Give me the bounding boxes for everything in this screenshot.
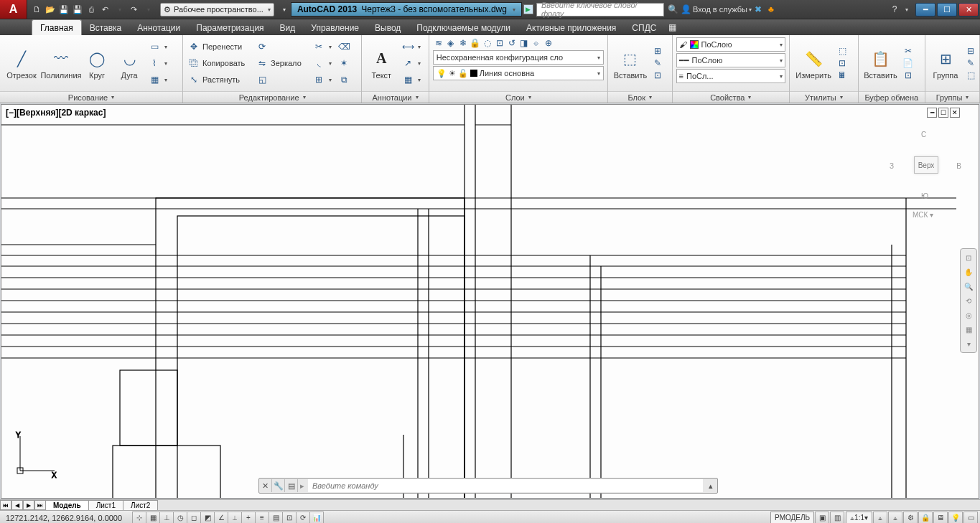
tab-sheet2[interactable]: Лист2 xyxy=(123,500,158,510)
play-icon[interactable]: ▶ xyxy=(523,4,533,14)
snap-mode-icon[interactable]: ⊹ xyxy=(132,512,146,524)
cleanscreen-icon[interactable]: ▭ xyxy=(963,512,978,524)
nav-more-icon[interactable]: ▾ xyxy=(962,337,975,350)
panel-block-title[interactable]: Блок▾ xyxy=(608,91,672,103)
tab-home[interactable]: Главная xyxy=(32,19,82,35)
color-selector[interactable]: 🖌 ПоСлою▾ xyxy=(676,37,786,52)
ungroup-icon[interactable]: ⊟ xyxy=(965,45,976,57)
annoscale-button[interactable]: ⟁ 1:1 ▾ xyxy=(846,512,872,523)
rotate-button[interactable]: ⟳ xyxy=(254,39,309,55)
viewcube-top[interactable]: Верх xyxy=(914,156,938,174)
panel-group-title[interactable]: Группы▾ xyxy=(925,91,979,103)
save-icon[interactable]: 💾 xyxy=(57,3,70,16)
leader-button[interactable]: ↗▾ xyxy=(400,55,423,71)
tab-activeapps[interactable]: Активные приложения xyxy=(518,20,624,35)
tab-plugins[interactable]: Подключаемые модули xyxy=(409,20,518,35)
copy-clip-icon[interactable]: 📄 xyxy=(902,57,914,69)
ws-switch-icon[interactable]: ⚙ xyxy=(903,512,918,524)
drawing-canvas[interactable]: [−][Верхняя][2D каркас] ━ ☐ ✕ xyxy=(1,104,979,499)
stretch-button[interactable]: ⤡Растянуть xyxy=(186,72,252,88)
layer-prev-icon[interactable]: ↺ xyxy=(506,37,518,49)
autodesk-icon[interactable]: ♣ xyxy=(765,3,778,16)
3dosnap-icon[interactable]: ◩ xyxy=(200,512,215,524)
layer-match-icon[interactable]: ⊡ xyxy=(494,37,505,49)
paste-spec-icon[interactable]: ⊡ xyxy=(902,70,914,81)
viewcube-north[interactable]: С xyxy=(921,131,926,138)
app-menu-button[interactable]: A xyxy=(0,0,27,19)
create-block-icon[interactable]: ⊞ xyxy=(652,45,663,57)
tab-manage[interactable]: Управление xyxy=(303,20,367,35)
undo-icon[interactable]: ↶ xyxy=(98,3,111,16)
saveas-icon[interactable]: 💾 xyxy=(71,3,84,16)
tab-spds[interactable]: СПДС xyxy=(624,20,664,35)
insert-block-button[interactable]: ⬚Вставить xyxy=(611,37,650,89)
layer-state-selector[interactable]: Несохраненная конфигурация сло▾ xyxy=(433,50,604,65)
panel-annot-title[interactable]: Аннотации▾ xyxy=(362,91,428,103)
cut-icon[interactable]: ✂ xyxy=(902,45,914,57)
undo-dropdown-icon[interactable]: ▾ xyxy=(113,3,126,16)
model-space-button[interactable]: РМОДЕЛЬ xyxy=(770,512,814,523)
tab-sheet1[interactable]: Лист1 xyxy=(88,500,123,510)
paste-button[interactable]: 📋Вставить xyxy=(862,37,900,89)
qat-customize-icon[interactable]: ▾ xyxy=(278,3,291,16)
copy-button[interactable]: ⿻Копировать xyxy=(186,55,252,71)
move-button[interactable]: ✥Перенести xyxy=(186,39,252,55)
ducs-icon[interactable]: ⟂ xyxy=(228,512,242,524)
new-icon[interactable]: 🗋 xyxy=(30,3,43,16)
layer-walk-icon[interactable]: ⟐ xyxy=(531,37,542,49)
cmd-recent-icon[interactable]: ▤ xyxy=(285,479,298,492)
search-icon[interactable]: 🔍 xyxy=(667,3,680,16)
command-line[interactable]: ✕ 🔧 ▤ ▸ ▴ xyxy=(258,478,718,494)
dyn-icon[interactable]: + xyxy=(241,512,256,524)
layer-merge-icon[interactable]: ⊕ xyxy=(543,37,554,49)
document-title-tab[interactable]: AutoCAD 2013 Чертеж3 - без вспомогательн… xyxy=(291,2,522,17)
annoauto-icon[interactable]: ⟁ xyxy=(888,512,902,524)
search-input[interactable]: Введите ключевое слово/фразу xyxy=(536,3,664,17)
steering-icon[interactable]: ◎ xyxy=(962,308,975,321)
plot-icon[interactable]: ⎙ xyxy=(85,3,98,16)
ortho-icon[interactable]: ⊥ xyxy=(159,512,174,524)
tab-prev-icon[interactable]: ◀ xyxy=(11,500,23,510)
panel-draw-title[interactable]: Рисование▾ xyxy=(0,91,182,103)
polyline-button[interactable]: 〰Полилиния xyxy=(42,37,80,89)
scale-button[interactable]: ◱ xyxy=(254,72,309,88)
panel-layers-title[interactable]: Слои▾ xyxy=(429,91,607,103)
redo-dropdown-icon[interactable]: ▾ xyxy=(142,3,155,16)
panel-edit-title[interactable]: Редактирование▾ xyxy=(183,91,361,103)
qp-icon[interactable]: ⊡ xyxy=(282,512,297,524)
grid-icon[interactable]: ▦ xyxy=(146,512,160,524)
tab-output[interactable]: Вывод xyxy=(367,20,409,35)
text-button[interactable]: AТекст xyxy=(365,37,398,89)
help-icon[interactable]: ? xyxy=(888,3,901,16)
maximize-button[interactable]: ☐ xyxy=(937,3,957,17)
qselect-icon[interactable]: ⊡ xyxy=(836,57,848,69)
lwt-icon[interactable]: ≡ xyxy=(255,512,269,524)
toolbar-lock-icon[interactable]: 🔒 xyxy=(918,512,933,524)
group-sel-icon[interactable]: ⬚ xyxy=(965,70,976,81)
trim-button[interactable]: ✂▾ xyxy=(311,39,334,55)
fullnav-icon[interactable]: ⊡ xyxy=(962,251,975,264)
measure-button[interactable]: 📏Измерить xyxy=(793,37,834,89)
tab-first-icon[interactable]: ⏮ xyxy=(0,500,11,510)
viewcube[interactable]: С Ю З В Верх МСК ▾ xyxy=(890,131,961,202)
mirror-button[interactable]: ⇋Зеркало xyxy=(254,55,309,71)
cmd-settings-icon[interactable]: 🔧 xyxy=(272,479,285,492)
layer-lock-icon[interactable]: 🔒 xyxy=(470,37,481,49)
viewcube-west[interactable]: З xyxy=(890,162,894,170)
user-icon[interactable]: 👤 xyxy=(680,3,693,16)
sc-icon[interactable]: ⟳ xyxy=(296,512,310,524)
layer-selector[interactable]: 💡☀🔓Линия основна▾ xyxy=(433,66,604,80)
table-button[interactable]: ▦▾ xyxy=(400,72,423,88)
polar-icon[interactable]: ◷ xyxy=(173,512,187,524)
orbit-icon[interactable]: ⟲ xyxy=(962,294,975,307)
tab-next-icon[interactable]: ▶ xyxy=(23,500,34,510)
workspace-selector[interactable]: ⚙ Рабочее пространство... ▾ xyxy=(160,3,274,17)
hardware-icon[interactable]: 🖥 xyxy=(933,512,948,524)
layer-icon[interactable]: ◈ xyxy=(445,37,457,49)
viewcube-wcs[interactable]: МСК ▾ xyxy=(913,211,933,219)
quickview-drawings-icon[interactable]: ▥ xyxy=(830,512,844,524)
tab-parametric[interactable]: Параметризация xyxy=(188,20,271,35)
osnap-icon[interactable]: ◻ xyxy=(187,512,201,524)
rectangle-button[interactable]: ▭▾ xyxy=(146,39,169,55)
close-button[interactable]: ✕ xyxy=(958,3,979,17)
